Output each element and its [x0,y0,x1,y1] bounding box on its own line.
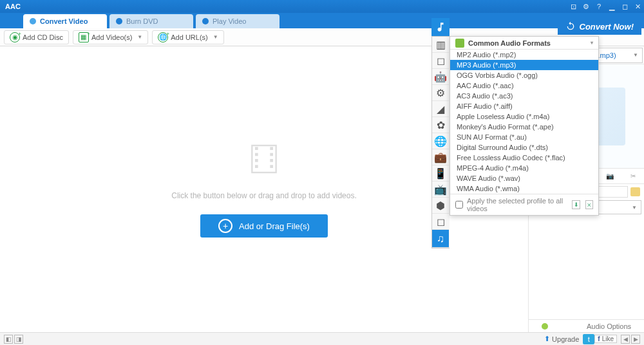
btn-label: Convert Now! [580,22,634,32]
audio-options-button[interactable]: Audio Options [529,319,644,332]
profile-launcher-button[interactable] [431,18,450,36]
profile-item[interactable]: Free Lossless Audio Codec (*.flac) [450,153,598,163]
audio-category-icon [455,39,464,48]
close-icon[interactable]: ✕ [632,1,643,12]
layout-left-icon[interactable]: ◧ [4,335,13,344]
add-file-button[interactable]: + Add or Drag File(s) [200,214,328,238]
profile-header[interactable]: Common Audio Formats ▾ [450,37,598,50]
facebook-icon: f [598,335,600,342]
profile-item[interactable]: AAC Audio (*.aac) [450,80,598,91]
svg-rect-4 [255,165,258,168]
add-videos-button[interactable]: ▦+ Add Video(s) ▼ [73,30,148,44]
briefcase-icon[interactable]: 💼 [432,149,449,165]
phone-icon[interactable]: 📱 [432,165,449,182]
chevron-down-icon: ▾ [591,40,593,46]
svg-rect-6 [270,153,273,156]
profile-item[interactable]: OGG Vorbis Audio (*.ogg) [450,70,598,80]
tab-play-video[interactable]: Play Video [196,14,279,28]
svg-rect-3 [255,159,258,162]
add-cd-button[interactable]: ◉+ Add CD Disc [4,30,69,44]
svg-rect-8 [270,165,273,168]
cut-icon[interactable]: ✂ [630,172,636,180]
disc-icon: ◉+ [10,32,20,42]
label: Apply the selected profile to all videos [467,197,568,212]
svg-rect-7 [270,159,273,162]
html5-icon[interactable]: ⬢ [432,198,449,214]
chevron-down-icon: ▼ [137,34,142,40]
add-urls-button[interactable]: 🌐+ Add URL(s) ▼ [152,30,223,44]
profile-item[interactable]: SUN AU Format (*.au) [450,132,598,142]
profile-item[interactable]: AIFF Audio (*.aiff) [450,101,598,111]
camera-icon[interactable]: 📷 [606,172,614,180]
up-arrow-icon: ⬆ [544,335,550,343]
profile-item[interactable]: WAVE Audio (*.wav) [450,173,598,183]
flower-icon[interactable]: ✿ [432,117,449,133]
tab-convert-video[interactable]: Convert Video [23,14,107,28]
blank-icon[interactable]: ◻ [432,214,449,230]
profile-item[interactable]: WMA Audio (*.wma) [450,183,598,194]
globe-icon[interactable]: 🌐 [432,133,449,149]
label: Like [602,335,614,342]
tv-icon[interactable]: 📺 [432,182,449,198]
btn-label: Add URL(s) [171,33,207,41]
profile-item[interactable]: Monkey's Audio Format (*.ape) [450,122,598,132]
maximize-icon[interactable]: ◻ [619,1,630,12]
playstation-icon[interactable]: ◢ [432,101,449,117]
label: Common Audio Formats [468,39,551,47]
nav-next-icon[interactable]: ▶ [631,335,640,344]
twitter-button[interactable]: t [583,334,594,344]
profile-list: MP2 Audio (*.mp2)MP3 Audio (*.mp3)OGG Vo… [450,50,598,194]
gear-icon[interactable]: ⚙ [580,1,592,12]
status-dot-icon [542,323,548,330]
globe-icon: 🌐+ [158,32,168,42]
nav-prev-icon[interactable]: ◀ [621,335,630,344]
folder-icon[interactable] [630,187,640,196]
tab-dot-icon [202,18,209,24]
drop-hint: Click the button below or drag and drop … [171,191,357,200]
profile-item[interactable]: Digital Surround Audio (*.dts) [450,142,598,153]
music-icon[interactable]: ♫ [432,230,449,248]
convert-button[interactable]: Convert Now! [558,18,642,35]
help-icon[interactable]: ? [593,1,605,12]
profile-item[interactable]: MP3 Audio (*.mp3) [450,60,598,70]
minimize-icon[interactable]: ▁ [606,1,618,12]
tab-label: Convert Video [40,17,88,25]
svg-rect-5 [270,147,273,150]
tab-burn-dvd[interactable]: Burn DVD [109,14,193,28]
tab-label: Play Video [213,17,246,25]
profile-item[interactable]: Apple Loseless Audio (*.m4a) [450,111,598,122]
film-placeholder-icon [246,141,282,177]
save-profile-icon[interactable]: ⬇ [572,200,580,209]
chevron-down-icon: ▼ [632,205,637,210]
btn-label: Add Video(s) [91,33,132,41]
upgrade-button[interactable]: ⬆ Upgrade [540,335,583,343]
chevron-down-icon: ▼ [633,52,638,58]
profile-item[interactable]: AC3 Audio (*.ac3) [450,91,598,101]
profile-panel: Common Audio Formats ▾ MP2 Audio (*.mp2)… [450,36,599,216]
svg-rect-2 [255,153,258,156]
tab-dot-icon [30,18,36,24]
android2-icon[interactable]: ⚙ [432,85,449,101]
btn-label: Add CD Disc [23,33,63,41]
tab-label: Burn DVD [126,17,158,25]
category-rail: ▥◻🤖⚙◢✿🌐💼📱📺⬢◻♫ [431,36,450,248]
svg-rect-1 [255,147,258,150]
apply-all-checkbox[interactable] [455,201,463,209]
status-bar: ◧ ◨ ⬆ Upgrade t f Like ◀ ▶ [0,332,644,345]
profile-footer: Apply the selected profile to all videos… [450,194,598,215]
titlebar: AAC ⊡ ⚙ ? ▁ ◻ ✕ [0,0,644,13]
apple-icon[interactable]: ◻ [432,53,449,69]
facebook-like-button[interactable]: f Like [594,335,617,343]
btn-label: Add or Drag File(s) [239,221,310,231]
plus-icon: + [218,219,232,233]
search-icon[interactable]: ⊡ [567,1,579,12]
delete-profile-icon[interactable]: ⨯ [585,200,593,209]
layout-right-icon[interactable]: ◨ [14,335,23,344]
refresh-icon [565,21,576,32]
label: Audio Options [587,322,631,330]
chart-icon[interactable]: ▥ [432,37,449,53]
profile-item[interactable]: MPEG-4 Audio (*.m4a) [450,163,598,173]
profile-item[interactable]: MP2 Audio (*.mp2) [450,50,598,60]
tab-bar: Convert Video Burn DVD Play Video [0,13,644,28]
android-icon[interactable]: 🤖 [432,69,449,85]
